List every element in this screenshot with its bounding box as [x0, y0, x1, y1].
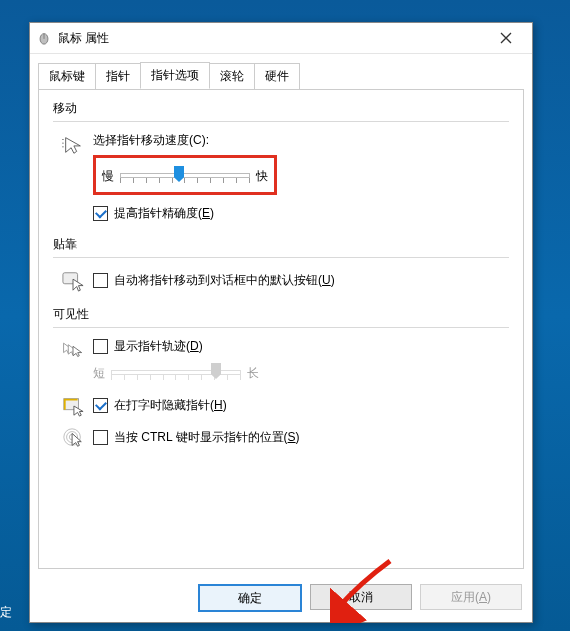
pointer-trails-label: 显示指针轨迹(D) — [114, 338, 203, 355]
motion-icon — [53, 132, 93, 156]
cancel-button[interactable]: 取消 — [310, 584, 412, 610]
trail-short-label: 短 — [93, 365, 105, 382]
group-motion-title: 移动 — [53, 100, 509, 117]
pointer-trail-slider — [111, 361, 241, 385]
taskbar-fragment: 定 — [0, 604, 12, 621]
enhance-precision-label: 提高指针精确度(E) — [114, 205, 214, 222]
checkbox-icon — [93, 339, 108, 354]
group-visibility: 可见性 显示指针轨迹(D) 短 — [53, 306, 509, 449]
tab-pointers[interactable]: 指针 — [95, 63, 141, 90]
pointer-trails-checkbox[interactable]: 显示指针轨迹(D) — [93, 338, 509, 355]
close-button[interactable] — [486, 24, 526, 52]
group-snap: 贴靠 自动将指针移动到对话框中的默认按钮(U) — [53, 236, 509, 292]
tab-pointer-options[interactable]: 指针选项 — [140, 62, 210, 89]
titlebar: 鼠标 属性 — [30, 23, 532, 54]
ctrl-locate-icon — [53, 425, 93, 449]
ctrl-locate-label: 当按 CTRL 键时显示指针的位置(S) — [114, 429, 300, 446]
checkbox-icon — [93, 273, 108, 288]
ok-button[interactable]: 确定 — [198, 584, 302, 612]
tab-hardware[interactable]: 硬件 — [254, 63, 300, 90]
tab-strip: 鼠标键 指针 指针选项 滚轮 硬件 — [30, 54, 532, 89]
desktop: 定 鼠标 属性 鼠标键 指针 指针选项 滚轮 硬件 移动 — [0, 0, 570, 631]
speed-slow-label: 慢 — [102, 168, 114, 185]
group-snap-title: 贴靠 — [53, 236, 509, 253]
hide-typing-label: 在打字时隐藏指针(H) — [114, 397, 227, 414]
window-title: 鼠标 属性 — [58, 30, 486, 47]
highlight-box: 慢 快 — [93, 155, 277, 195]
pointer-speed-slider[interactable] — [120, 164, 250, 188]
speed-fast-label: 快 — [256, 168, 268, 185]
group-motion: 移动 选择指针移动速度(C): 慢 — [53, 100, 509, 222]
checkbox-icon — [93, 430, 108, 445]
show-location-ctrl-checkbox[interactable]: 当按 CTRL 键时显示指针的位置(S) — [93, 429, 509, 446]
trail-long-label: 长 — [247, 365, 259, 382]
snap-icon — [53, 268, 93, 292]
dialog-footer: 确定 取消 应用(A) — [198, 584, 522, 612]
checkbox-icon — [93, 206, 108, 221]
snap-to-default-checkbox[interactable]: 自动将指针移动到对话框中的默认按钮(U) — [93, 272, 509, 289]
snap-label: 自动将指针移动到对话框中的默认按钮(U) — [114, 272, 335, 289]
trails-icon — [53, 338, 93, 362]
hide-typing-icon — [53, 393, 93, 417]
pointer-speed-label: 选择指针移动速度(C): — [93, 132, 509, 149]
enhance-precision-checkbox[interactable]: 提高指针精确度(E) — [93, 205, 509, 222]
hide-while-typing-checkbox[interactable]: 在打字时隐藏指针(H) — [93, 397, 509, 414]
tab-buttons[interactable]: 鼠标键 — [38, 63, 96, 90]
tab-panel-pointer-options: 移动 选择指针移动速度(C): 慢 — [38, 89, 524, 569]
apply-button: 应用(A) — [420, 584, 522, 610]
tab-wheel[interactable]: 滚轮 — [209, 63, 255, 90]
mouse-icon — [36, 30, 52, 46]
group-visibility-title: 可见性 — [53, 306, 509, 323]
close-icon — [500, 32, 512, 44]
checkbox-icon — [93, 398, 108, 413]
mouse-properties-dialog: 鼠标 属性 鼠标键 指针 指针选项 滚轮 硬件 移动 — [29, 22, 533, 623]
